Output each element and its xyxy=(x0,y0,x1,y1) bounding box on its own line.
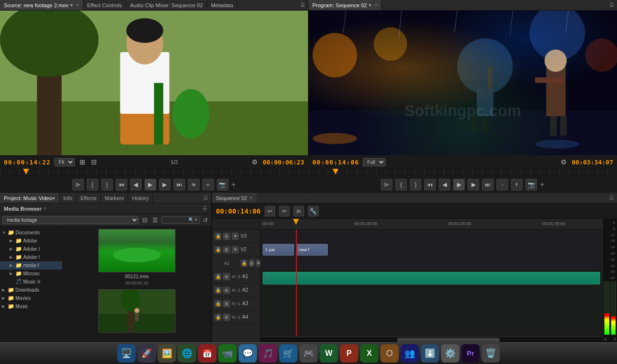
dock-powerpoint[interactable]: P xyxy=(340,344,358,363)
program-settings-icon[interactable]: ⚙ xyxy=(560,157,568,167)
dock-messages[interactable]: 💬 xyxy=(239,344,257,363)
tree-item-music[interactable]: ▶ 📁 Music xyxy=(0,302,62,310)
tab-project[interactable]: Project: Music Video × xyxy=(0,193,60,203)
v3-lock-btn[interactable]: 🔒 xyxy=(215,233,221,240)
a4-s-btn[interactable]: S xyxy=(238,315,241,320)
dock-system-prefs[interactable]: ⚙️ xyxy=(441,344,459,363)
timeline-panel-menu[interactable]: ☰ xyxy=(606,195,617,201)
track-a3[interactable] xyxy=(260,300,603,313)
track-v2[interactable]: 1 par new f xyxy=(260,243,603,256)
track-a4[interactable] xyxy=(260,313,603,327)
tree-item-music-v[interactable]: ▶ 🎵 Music V xyxy=(0,278,62,286)
dock-finder[interactable]: 🖥️ xyxy=(117,344,135,363)
dock-word[interactable]: W xyxy=(320,344,338,363)
dock-launchpad[interactable]: 🚀 xyxy=(137,344,156,363)
go-to-in-btn[interactable]: ⏮ xyxy=(116,179,127,190)
dock-safari[interactable]: 🌐 xyxy=(178,344,196,363)
sequence-tab[interactable]: Sequence 02 × xyxy=(212,193,256,203)
dock-download-manager[interactable]: ⬇️ xyxy=(421,344,439,363)
insert-btn[interactable]: ↹ xyxy=(188,179,200,190)
a2-s-btn[interactable]: S xyxy=(238,288,241,293)
a2-lock-btn[interactable]: 🔒 xyxy=(215,287,221,294)
tree-item-downloads[interactable]: ▶ 📁 Downloads xyxy=(0,286,62,294)
v1-lock-btn[interactable]: 🔒 xyxy=(241,260,247,267)
v2-lock-btn[interactable]: 🔒 xyxy=(215,246,221,253)
a2-sync-btn[interactable]: ⊞ xyxy=(223,287,230,294)
a1-s-btn[interactable]: S xyxy=(238,274,241,279)
clip-a1[interactable]: 🎵 xyxy=(263,272,600,284)
tab-info[interactable]: Info xyxy=(60,193,77,203)
prog-add-btn[interactable]: + xyxy=(540,180,544,189)
prog-snapshot-btn[interactable]: 📷 xyxy=(525,179,537,190)
source-tab-dropdown[interactable]: ▼ xyxy=(69,3,74,8)
a3-s-btn[interactable]: S xyxy=(238,301,241,306)
program-close-icon[interactable]: × xyxy=(375,2,377,8)
source-settings-icon[interactable]: ⚙ xyxy=(251,157,259,167)
a1-lock-btn[interactable]: 🔒 xyxy=(215,273,221,280)
track-v1[interactable] xyxy=(260,256,603,270)
program-timeline-ruler[interactable] xyxy=(308,169,617,175)
source-safe-margins-btn[interactable]: ⊞ xyxy=(79,157,86,167)
source-playhead-marker[interactable] xyxy=(23,169,29,175)
program-playhead-marker[interactable] xyxy=(333,169,338,175)
source-timeline-ruler[interactable] xyxy=(0,169,308,175)
tab-effects[interactable]: Effects xyxy=(77,193,101,203)
a3-m-btn[interactable]: M xyxy=(232,301,236,306)
dock-games[interactable]: 🎮 xyxy=(299,344,318,363)
media-path-dropdown[interactable]: media footage xyxy=(2,216,139,224)
source-fit-dropdown[interactable]: Fit xyxy=(54,158,75,166)
media-filter-icon[interactable]: ⊟ xyxy=(141,216,149,225)
prog-step-back-btn[interactable]: ◀ xyxy=(439,179,450,190)
tree-item-movies[interactable]: ▶ 📁 Movies xyxy=(0,294,62,302)
a1-m-btn[interactable]: M xyxy=(232,274,236,279)
a4-sync-btn[interactable]: ⊞ xyxy=(223,314,230,321)
v1-sync-btn[interactable]: ⊞ xyxy=(249,260,254,267)
prog-extract-btn[interactable]: ↟ xyxy=(511,179,523,190)
tree-item-media-footage[interactable]: ▶ 📁 media f xyxy=(0,261,62,270)
source-video-preview[interactable] xyxy=(0,11,308,155)
dock-appstore[interactable]: 🛒 xyxy=(279,344,297,363)
a3-sync-btn[interactable]: ⊞ xyxy=(223,300,230,307)
project-tab-close[interactable]: × xyxy=(52,195,55,201)
clip-v2-2[interactable]: new f xyxy=(296,244,328,256)
prog-mark-in-btn[interactable]: ⊳ xyxy=(381,179,392,190)
program-video-preview[interactable]: Softkingpc.com xyxy=(308,11,617,155)
dock-photos[interactable]: 🖼️ xyxy=(158,344,176,363)
thumb-item-1[interactable]: 00121.mov 00:00:01:10 xyxy=(65,229,209,285)
dock-trash[interactable]: 🗑️ xyxy=(482,344,500,363)
a4-lock-btn[interactable]: 🔒 xyxy=(215,314,221,321)
dock-teamviewer[interactable]: 👥 xyxy=(401,344,419,363)
media-refresh-btn[interactable]: ↺ xyxy=(202,216,209,225)
mark-in-btn[interactable]: ⊳ xyxy=(72,179,84,190)
source-panel-menu[interactable]: ☰ xyxy=(297,2,308,8)
mark-out-left-btn[interactable]: { xyxy=(87,179,98,190)
prog-step-fwd-btn[interactable]: ▶ xyxy=(468,179,479,190)
razor-btn[interactable]: ✂ xyxy=(279,206,290,216)
tree-item-microsc[interactable]: ▶ 📁 Microsc xyxy=(0,270,62,278)
v2-eye-btn[interactable]: 👁 xyxy=(232,246,239,253)
media-browser-close[interactable]: × xyxy=(43,206,46,211)
overlay-btn[interactable]: ↤ xyxy=(202,179,214,190)
tab-markers[interactable]: Markers xyxy=(101,193,128,203)
v3-eye-btn[interactable]: 👁 xyxy=(232,233,239,240)
tab-metadata[interactable]: Metadata xyxy=(207,0,238,10)
source-close-icon[interactable]: × xyxy=(76,2,79,8)
step-fwd-btn[interactable]: ▶ xyxy=(159,179,171,190)
ripple-btn[interactable]: ⊳ xyxy=(294,206,304,216)
clip-v2-1[interactable]: 1 par xyxy=(263,244,294,256)
go-to-out-btn[interactable]: ⏭ xyxy=(174,179,185,190)
source-compare-btn[interactable]: ⊟ xyxy=(90,157,98,167)
snap-btn[interactable]: ↩ xyxy=(265,206,275,216)
a1-sync-btn[interactable]: ⊞ xyxy=(223,273,230,280)
tab-audio-mixer[interactable]: Audio Clip Mixer: Sequence 02 xyxy=(126,0,207,10)
timeline-h-scrollbar[interactable] xyxy=(260,337,603,342)
track-v3[interactable] xyxy=(260,229,603,243)
tree-item-adobe3[interactable]: ▶ 📁 Adobe I xyxy=(0,253,62,261)
prog-mark-out-btn[interactable]: { xyxy=(395,179,407,190)
tree-item-documents[interactable]: ▼ 📁 Documents xyxy=(0,229,62,237)
project-panel-menu[interactable]: ☰ xyxy=(201,195,211,201)
source-tab-active[interactable]: Source: new footage 2.mov ▼ × xyxy=(0,0,83,10)
timeline-scroll-thumb[interactable] xyxy=(397,338,500,342)
a2-m-btn[interactable]: M xyxy=(232,288,236,293)
v3-sync-btn[interactable]: ⊞ xyxy=(223,233,230,240)
